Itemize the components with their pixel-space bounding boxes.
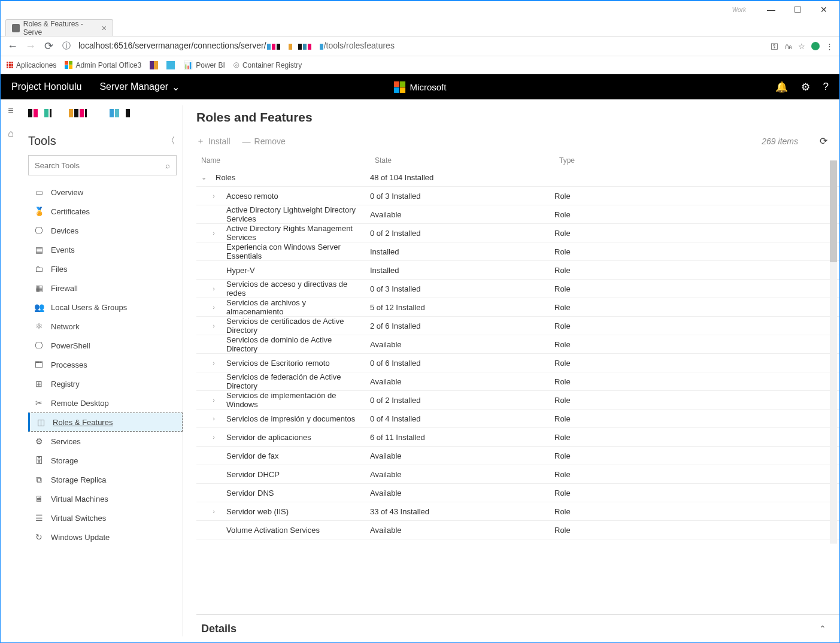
table-row[interactable]: ›Servicios de acceso y directivas de red… — [196, 280, 839, 298]
color-icon — [166, 61, 175, 69]
key-icon[interactable]: ⚿ — [771, 42, 778, 51]
window-close[interactable]: ✕ — [811, 1, 837, 18]
window-minimize[interactable]: — — [758, 1, 784, 18]
table-row[interactable]: Servicios de dominio de Active Directory… — [196, 335, 839, 354]
sidebar-item-processes[interactable]: 🗔Processes — [28, 355, 183, 374]
window-maximize[interactable]: ☐ — [784, 1, 811, 18]
bookmark-container[interactable]: ⦾Container Registry — [233, 61, 302, 69]
scroll-thumb[interactable] — [830, 160, 837, 262]
sidebar-item-storage[interactable]: 🗄Storage — [28, 451, 183, 470]
expand-icon[interactable]: › — [201, 415, 226, 422]
translate-icon[interactable]: 🗛 — [784, 42, 792, 51]
expand-icon[interactable]: › — [201, 322, 226, 329]
vertical-scrollbar[interactable] — [830, 160, 837, 544]
table-row[interactable]: Servidor DHCPAvailableRole — [196, 465, 839, 484]
tab-close-icon[interactable]: × — [102, 23, 107, 33]
star-icon[interactable]: ☆ — [798, 42, 805, 51]
remove-button[interactable]: —Remove — [242, 137, 286, 146]
tool-icon: 🗔 — [34, 360, 44, 369]
row-name: Servicios de dominio de Active Directory — [226, 335, 370, 353]
browser-tab[interactable]: Roles & Features - Serve × — [5, 19, 113, 36]
table-row[interactable]: Servicios de federación de Active Direct… — [196, 372, 839, 391]
info-icon[interactable]: ⓘ — [60, 40, 72, 52]
refresh-icon[interactable]: ⟳ — [820, 135, 827, 147]
bookmark-powerbi[interactable]: 📊Power BI — [183, 60, 225, 69]
sidebar-item-firewall[interactable]: ▦Firewall — [28, 278, 183, 298]
col-state[interactable]: State — [375, 156, 559, 165]
sidebar-item-storage-replica[interactable]: ⧉Storage Replica — [28, 470, 183, 489]
table-row[interactable]: ›Servicios de Escritorio remoto0 of 6 In… — [196, 354, 839, 372]
sidebar-item-virtual-machines[interactable]: 🖥Virtual Machines — [28, 489, 183, 508]
home-icon[interactable]: ⌂ — [8, 128, 14, 139]
tool-label: Storage — [51, 456, 78, 465]
table-row[interactable]: Hyper-VInstalledRole — [196, 261, 839, 280]
gear-icon[interactable]: ⚙ — [801, 81, 810, 93]
sidebar-item-overview[interactable]: ▭Overview — [28, 183, 183, 202]
url-field[interactable]: localhost:6516/servermanager/connections… — [78, 41, 765, 51]
content-pane: Roles and Features ＋Install —Remove 269 … — [183, 99, 839, 642]
sidebar-item-virtual-switches[interactable]: ☰Virtual Switches — [28, 508, 183, 527]
table-row[interactable]: Volume Activation ServicesAvailableRole — [196, 521, 839, 539]
collapse-icon[interactable]: 〈 — [166, 135, 175, 147]
table-row[interactable]: Servidor de faxAvailableRole — [196, 447, 839, 465]
sidebar-item-local-users-groups[interactable]: 👥Local Users & Groups — [28, 298, 183, 317]
sidebar-item-registry[interactable]: ⊞Registry — [28, 374, 183, 393]
chevron-up-icon[interactable]: ⌃ — [819, 624, 826, 633]
reload-icon[interactable]: ⟳ — [43, 40, 54, 52]
expand-icon[interactable]: › — [201, 285, 226, 292]
tools-title: Tools — [28, 134, 56, 148]
sidebar-item-files[interactable]: 🗀Files — [28, 259, 183, 278]
table-row[interactable]: ›Servicios de implementación de Windows0… — [196, 391, 839, 410]
expand-icon[interactable]: › — [201, 192, 226, 199]
row-type: Role — [554, 266, 839, 275]
extension-icon[interactable] — [811, 42, 820, 50]
table-row[interactable]: ›Servidor web (IIS)33 of 43 InstalledRol… — [196, 502, 839, 521]
details-panel[interactable]: Details ⌃ — [196, 615, 839, 642]
expand-icon[interactable]: › — [201, 229, 226, 236]
table-row[interactable]: ›Active Directory Rights Management Serv… — [196, 224, 839, 242]
tool-label: Virtual Switches — [51, 514, 106, 523]
sidebar-item-network[interactable]: ⚛Network — [28, 317, 183, 336]
table-row[interactable]: Servidor DNSAvailableRole — [196, 484, 839, 502]
search-tools[interactable]: ⌕ — [28, 155, 177, 175]
forward-icon[interactable]: → — [25, 40, 37, 52]
table-row[interactable]: ›Acceso remoto0 of 3 InstalledRole — [196, 187, 839, 205]
expand-icon[interactable]: › — [201, 508, 226, 515]
row-state: Installed — [370, 247, 554, 256]
chart-icon: 📊 — [183, 60, 193, 69]
menu-icon[interactable]: ⋮ — [826, 42, 833, 51]
sidebar-item-roles-features[interactable]: ◫Roles & Features — [28, 413, 183, 432]
bookmark-admin[interactable]: Admin Portal Office3 — [65, 61, 141, 69]
bookmark-apps[interactable]: Aplicaciones — [7, 61, 56, 69]
search-input[interactable] — [35, 161, 165, 170]
group-row[interactable]: ⌄ Roles 48 of 104 Installed — [196, 169, 839, 187]
sidebar-item-windows-update[interactable]: ↻Windows Update — [28, 527, 183, 547]
table-row[interactable]: ›Servicios de archivos y almacenamiento5… — [196, 298, 839, 317]
help-icon[interactable]: ? — [823, 81, 829, 93]
sidebar-item-remote-desktop[interactable]: ✂Remote Desktop — [28, 393, 183, 413]
sidebar-item-devices[interactable]: 🖵Devices — [28, 221, 183, 240]
hamburger-icon[interactable]: ≡ — [8, 105, 13, 116]
section-dropdown[interactable]: Server Manager⌄ — [99, 81, 180, 93]
expand-icon[interactable]: › — [201, 396, 226, 404]
sidebar-item-events[interactable]: ▤Events — [28, 240, 183, 259]
sidebar-item-powershell[interactable]: 🖵PowerShell — [28, 336, 183, 355]
table-row[interactable]: ›Servicios de impresión y documentos0 of… — [196, 410, 839, 428]
table-row[interactable]: Experiencia con Windows Server Essential… — [196, 242, 839, 261]
table-row[interactable]: ›Servidor de aplicaciones6 of 11 Install… — [196, 428, 839, 447]
bookmark-color2[interactable] — [166, 61, 175, 69]
back-icon[interactable]: ← — [7, 40, 19, 52]
sidebar-item-certificates[interactable]: 🏅Certificates — [28, 202, 183, 221]
table-row[interactable]: Active Directory Lightweight Directory S… — [196, 205, 839, 224]
chevron-down-icon[interactable]: ⌄ — [201, 174, 216, 181]
col-type[interactable]: Type — [559, 156, 839, 165]
expand-icon[interactable]: › — [201, 304, 226, 311]
install-button[interactable]: ＋Install — [196, 136, 231, 147]
sidebar-item-services[interactable]: ⚙Services — [28, 432, 183, 451]
expand-icon[interactable]: › — [201, 433, 226, 441]
bookmark-color1[interactable] — [150, 61, 158, 69]
expand-icon[interactable]: › — [201, 359, 226, 366]
table-row[interactable]: ›Servicios de certificados de Active Dir… — [196, 317, 839, 335]
col-name[interactable]: Name — [201, 156, 375, 165]
bell-icon[interactable]: 🔔 — [775, 81, 788, 93]
